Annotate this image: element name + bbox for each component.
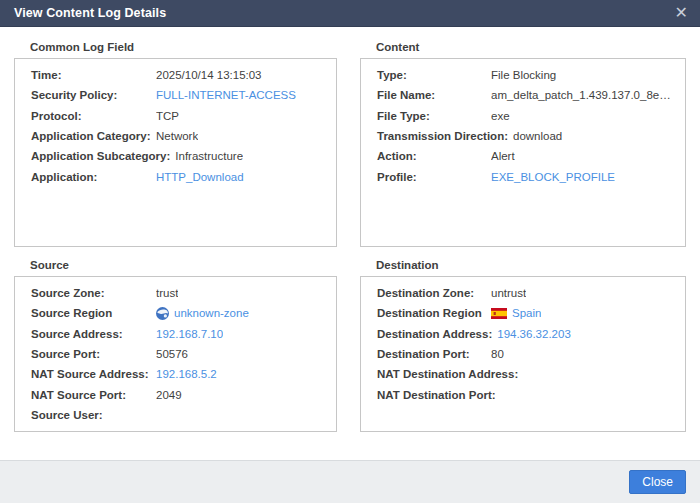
field-label: Application Category: — [31, 130, 156, 142]
field-label: Application Subcategory: — [31, 150, 175, 162]
field-label: Application: — [31, 171, 156, 183]
field-label: Source Address: — [31, 328, 156, 340]
row-source-region: Source Region unknown-zone — [31, 303, 328, 323]
field-label: Source User: — [31, 409, 156, 421]
sections-grid: Common Log Field Time: 2025/10/14 13:15:… — [14, 29, 686, 432]
row-transmission-direction: Transmission Direction: download — [377, 126, 677, 146]
dialog-body: Common Log Field Time: 2025/10/14 13:15:… — [0, 27, 700, 460]
row-nat-source-port: NAT Source Port: 2049 — [31, 384, 328, 404]
row-destination-zone: Destination Zone: untrust — [377, 283, 677, 303]
field-label: NAT Source Port: — [31, 389, 156, 401]
row-type: Type: File Blocking — [377, 65, 677, 85]
row-application-category: Application Category: Network — [31, 126, 328, 146]
destination-region-link[interactable]: Spain — [512, 307, 541, 319]
field-label: Transmission Direction: — [377, 130, 513, 142]
type-value: File Blocking — [491, 69, 556, 81]
section-box: Source Zone: trust Source Region un — [14, 276, 337, 432]
section-box: Type: File Blocking File Name: am_delta_… — [360, 58, 686, 247]
row-protocol: Protocol: TCP — [31, 106, 328, 126]
field-label: Source Zone: — [31, 287, 156, 299]
nat-source-port-value: 2049 — [156, 389, 182, 401]
row-security-policy: Security Policy: FULL-INTERNET-ACCESS — [31, 85, 328, 105]
section-content: Content Type: File Blocking File Name: a… — [360, 29, 686, 247]
file-name-value: am_delta_patch_1.439.137.0_8e62... — [491, 89, 677, 101]
section-title: Content — [376, 41, 686, 53]
destination-address-link[interactable]: 194.36.32.203 — [497, 328, 571, 340]
field-label: Security Policy: — [31, 89, 156, 101]
field-label: Action: — [377, 150, 491, 162]
row-destination-port: Destination Port: 80 — [377, 344, 677, 364]
dialog-footer: Close — [0, 460, 700, 503]
section-title: Common Log Field — [30, 41, 337, 53]
field-label: File Name: — [377, 89, 491, 101]
row-application: Application: HTTP_Download — [31, 166, 328, 186]
row-source-user: Source User: — [31, 405, 328, 425]
row-source-port: Source Port: 50576 — [31, 344, 328, 364]
nat-source-address-link[interactable]: 192.168.5.2 — [156, 368, 217, 380]
row-nat-destination-address: NAT Destination Address: — [377, 364, 677, 384]
file-type-value: exe — [491, 110, 510, 122]
field-label: Destination Port: — [377, 348, 491, 360]
field-label: Destination Zone: — [377, 287, 491, 299]
source-region-link[interactable]: unknown-zone — [174, 307, 249, 319]
field-label: Source Region — [31, 307, 156, 319]
row-profile: Profile: EXE_BLOCK_PROFILE — [377, 166, 677, 186]
dialog-titlebar: View Content Log Details ✕ — [0, 0, 700, 27]
section-title: Source — [30, 259, 337, 271]
row-nat-destination-port: NAT Destination Port: — [377, 384, 677, 404]
field-label: Destination Address: — [377, 328, 497, 340]
field-label: Destination Region — [377, 307, 491, 319]
protocol-value: TCP — [156, 110, 179, 122]
row-source-address: Source Address: 192.168.7.10 — [31, 324, 328, 344]
row-application-subcategory: Application Subcategory: Infrastructure — [31, 146, 328, 166]
dialog-title: View Content Log Details — [14, 6, 166, 20]
destination-port-value: 80 — [491, 348, 504, 360]
field-label: Profile: — [377, 171, 491, 183]
row-file-type: File Type: exe — [377, 106, 677, 126]
row-nat-source-address: NAT Source Address: 192.168.5.2 — [31, 364, 328, 384]
section-common-log-field: Common Log Field Time: 2025/10/14 13:15:… — [14, 29, 337, 247]
transmission-direction-value: download — [513, 130, 562, 142]
globe-icon — [156, 307, 169, 320]
application-link[interactable]: HTTP_Download — [156, 171, 244, 183]
application-subcategory-value: Infrastructure — [175, 150, 243, 162]
row-destination-address: Destination Address: 194.36.32.203 — [377, 324, 677, 344]
field-label: NAT Source Address: — [31, 368, 156, 380]
row-time: Time: 2025/10/14 13:15:03 — [31, 65, 328, 85]
row-source-zone: Source Zone: trust — [31, 283, 328, 303]
view-content-log-details-dialog: View Content Log Details ✕ Common Log Fi… — [0, 0, 700, 503]
section-box: Destination Zone: untrust Destination Re… — [360, 276, 686, 432]
field-label: Type: — [377, 69, 491, 81]
close-icon[interactable]: ✕ — [675, 5, 688, 21]
security-policy-link[interactable]: FULL-INTERNET-ACCESS — [156, 89, 296, 101]
field-label: Source Port: — [31, 348, 156, 360]
source-address-link[interactable]: 192.168.7.10 — [156, 328, 223, 340]
field-label: File Type: — [377, 110, 491, 122]
field-label: Protocol: — [31, 110, 156, 122]
field-label: Time: — [31, 69, 156, 81]
row-file-name: File Name: am_delta_patch_1.439.137.0_8e… — [377, 85, 677, 105]
time-value: 2025/10/14 13:15:03 — [156, 69, 262, 81]
section-title: Destination — [376, 259, 686, 271]
field-label: NAT Destination Port: — [377, 389, 501, 401]
action-value: Alert — [491, 150, 515, 162]
source-zone-value: trust — [156, 287, 178, 299]
row-destination-region: Destination Region Spain — [377, 303, 677, 323]
section-source: Source Source Zone: trust Source Region — [14, 247, 337, 432]
application-category-value: Network — [156, 130, 198, 142]
close-button[interactable]: Close — [629, 470, 686, 494]
spain-flag-icon — [491, 308, 507, 319]
source-port-value: 50576 — [156, 348, 188, 360]
section-destination: Destination Destination Zone: untrust De… — [360, 247, 686, 432]
profile-link[interactable]: EXE_BLOCK_PROFILE — [491, 171, 615, 183]
field-label: NAT Destination Address: — [377, 368, 523, 380]
destination-zone-value: untrust — [491, 287, 526, 299]
row-action: Action: Alert — [377, 146, 677, 166]
section-box: Time: 2025/10/14 13:15:03 Security Polic… — [14, 58, 337, 247]
